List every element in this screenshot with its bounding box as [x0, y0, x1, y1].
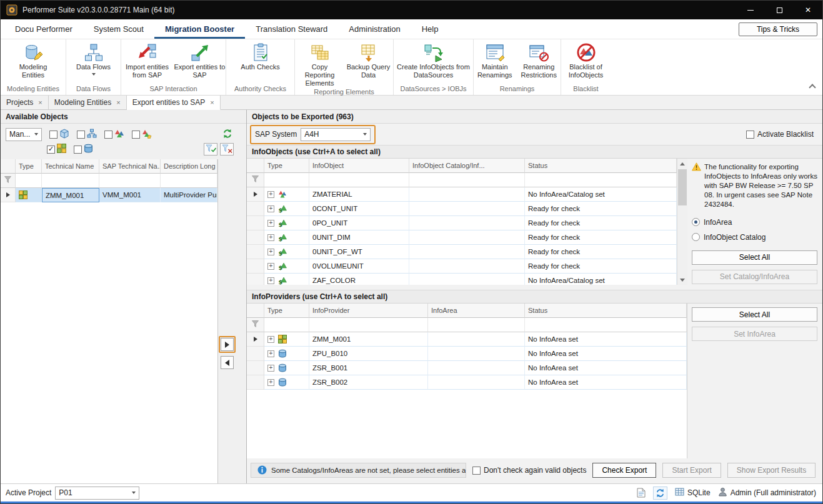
expand-icon[interactable] [267, 191, 274, 198]
export-entities-button[interactable]: Export entities to SAP [174, 42, 226, 79]
infoobject-row[interactable]: $ 0PO_UNIT Ready for check [247, 216, 677, 230]
auth-checks-button[interactable]: Auth Checks [236, 42, 285, 71]
menu-system-scout[interactable]: System Scout [83, 19, 154, 39]
filter-infoobjects-checkbox[interactable] [104, 131, 112, 139]
create-infoobjects-button[interactable]: Create InfoObjects from DataSources [397, 42, 471, 79]
filter-cell[interactable] [161, 174, 217, 188]
import-entities-button[interactable]: Import entities from SAP [122, 42, 173, 79]
infoobject-row[interactable]: ZMATERIAL No InfoArea/Catalog set [247, 187, 677, 202]
modeling-entities-button[interactable]: Modeling Entities [9, 42, 57, 79]
column-header-infoprovider[interactable]: InfoProvider [309, 304, 428, 318]
data-flows-button[interactable]: Data Flows [69, 42, 118, 76]
filter-infoproviders-checkbox[interactable] [74, 146, 82, 154]
move-right-button[interactable] [221, 338, 234, 351]
sap-system-dropdown[interactable]: A4H [301, 128, 371, 141]
radio-infoarea[interactable]: InfoArea [692, 218, 817, 227]
maximize-button[interactable] [765, 1, 794, 19]
infoobject-row[interactable]: $ ZAF_COLOR No InfoArea/Catalog set [247, 274, 677, 285]
expand-icon[interactable] [267, 277, 274, 284]
column-header-type[interactable]: Type [264, 304, 309, 318]
clear-filter-button[interactable] [220, 143, 234, 156]
column-header-catalog[interactable]: InfoObject Catalog/Inf... [409, 159, 525, 173]
filter-modeling-entities-checkbox[interactable] [49, 131, 57, 139]
show-export-results-button[interactable]: Show Export Results [727, 463, 816, 478]
refresh-objects-button[interactable] [222, 129, 232, 141]
copy-reporting-elements-button[interactable]: Copy Reporting Elements [296, 42, 344, 87]
expand-icon[interactable] [267, 249, 274, 255]
user-indicator[interactable]: Admin (Full administrator) [718, 487, 816, 498]
filter-cell[interactable] [525, 318, 687, 332]
expand-icon[interactable] [267, 379, 274, 386]
filter-cell[interactable] [309, 173, 409, 187]
move-left-button[interactable] [221, 356, 234, 369]
column-header-type[interactable]: Type [264, 159, 309, 173]
start-export-button[interactable]: Start Export [662, 463, 721, 478]
infoprovider-row[interactable]: ZSR_B002 No InfoArea set [247, 375, 687, 390]
blacklist-infoobjects-button[interactable]: Blacklist of InfoObjects [564, 42, 609, 79]
filter-cell[interactable] [264, 173, 309, 187]
backup-query-data-button[interactable]: Backup Query Data [345, 42, 392, 79]
infoprovider-row[interactable]: ZMM_M001 No InfoArea set [247, 332, 687, 347]
filter-cell[interactable] [264, 318, 309, 332]
menu-help[interactable]: Help [411, 19, 449, 39]
infoprovider-row[interactable]: ZPU_B010 No InfoArea set [247, 347, 687, 361]
refresh-icon[interactable] [653, 487, 667, 500]
infoobjects-scrollbar[interactable] [677, 159, 687, 285]
set-catalog-infoarea-button[interactable]: Set Catalog/InfoArea [692, 270, 817, 284]
filter-multiproviders-checkbox[interactable] [47, 146, 55, 154]
filter-cell[interactable] [428, 318, 525, 332]
scroll-down-icon[interactable] [677, 275, 687, 285]
filter-mode-dropdown[interactable]: Man... [6, 128, 42, 141]
expand-icon[interactable] [267, 263, 274, 270]
dont-check-again-checkbox[interactable] [472, 467, 481, 475]
column-header-type[interactable]: Type [16, 159, 42, 174]
scrollbar-thumb[interactable] [678, 169, 687, 205]
column-header-infoobject[interactable]: InfoObject [309, 159, 409, 173]
set-infoarea-button[interactable]: Set InfoArea [692, 327, 817, 341]
infoprovider-row[interactable]: ZSR_B001 No InfoArea set [247, 361, 687, 375]
infoobject-row[interactable]: $ 0CONT_UNIT Ready for check [247, 202, 677, 216]
select-all-infoproviders-button[interactable]: Select All [692, 307, 817, 322]
expand-icon[interactable] [267, 365, 274, 372]
tab-modeling-entities[interactable]: Modeling Entities [49, 96, 127, 109]
menu-migration-booster[interactable]: Migration Booster [154, 19, 245, 39]
table-row[interactable]: ZMM_M001 VMM_M001 MultiProvider Purc... [1, 188, 217, 202]
tips-tricks-button[interactable]: Tips & Tricks [739, 22, 817, 36]
close-icon[interactable] [38, 99, 42, 106]
column-header-status[interactable]: Status [525, 159, 677, 173]
expand-icon[interactable] [267, 205, 274, 212]
apply-filter-button[interactable] [204, 143, 217, 156]
renaming-restrictions-button[interactable]: Renaming Restrictions [517, 42, 561, 79]
activate-blacklist-checkbox[interactable] [746, 131, 754, 139]
infoobject-row[interactable]: $ 0UNIT_OF_WT Ready for check [247, 245, 677, 259]
column-header-technical-name[interactable]: Technical Name [42, 159, 99, 174]
expand-icon[interactable] [267, 350, 274, 357]
infoobject-row[interactable]: $ 0UNIT_DIM Ready for check [247, 230, 677, 245]
column-header-status[interactable]: Status [525, 304, 687, 318]
filter-cell[interactable] [16, 174, 42, 188]
maintain-renamings-button[interactable]: Maintain Renamings [474, 42, 516, 79]
filter-cell[interactable] [409, 173, 525, 187]
select-all-infoobjects-button[interactable]: Select All [692, 250, 817, 265]
filter-data-flows-checkbox[interactable] [77, 131, 85, 139]
check-export-button[interactable]: Check Export [592, 463, 656, 478]
menu-translation-steward[interactable]: Translation Steward [245, 19, 338, 39]
column-header-sap-technical-name[interactable]: SAP Technical Na... [99, 159, 161, 174]
filter-edited-infoobjects-checkbox[interactable] [132, 131, 140, 139]
column-header-infoarea[interactable]: InfoArea [428, 304, 525, 318]
active-project-dropdown[interactable]: P01 [55, 487, 139, 500]
tab-projects[interactable]: Projects [1, 96, 49, 109]
close-icon[interactable] [116, 99, 120, 106]
close-icon[interactable] [210, 99, 214, 106]
radio-infoobject-catalog[interactable]: InfoObject Catalog [692, 233, 817, 242]
minimize-button[interactable] [736, 1, 765, 19]
expand-icon[interactable] [267, 336, 274, 343]
filter-cell[interactable] [525, 173, 677, 187]
log-document-icon[interactable] [637, 488, 646, 498]
menu-docu-performer[interactable]: Docu Performer [4, 19, 83, 39]
filter-cell[interactable] [42, 174, 99, 188]
expand-icon[interactable] [267, 220, 274, 227]
scroll-up-icon[interactable] [677, 159, 687, 169]
menu-administration[interactable]: Administration [338, 19, 411, 39]
tab-export-entities-to-sap[interactable]: Export entities to SAP [127, 96, 221, 110]
